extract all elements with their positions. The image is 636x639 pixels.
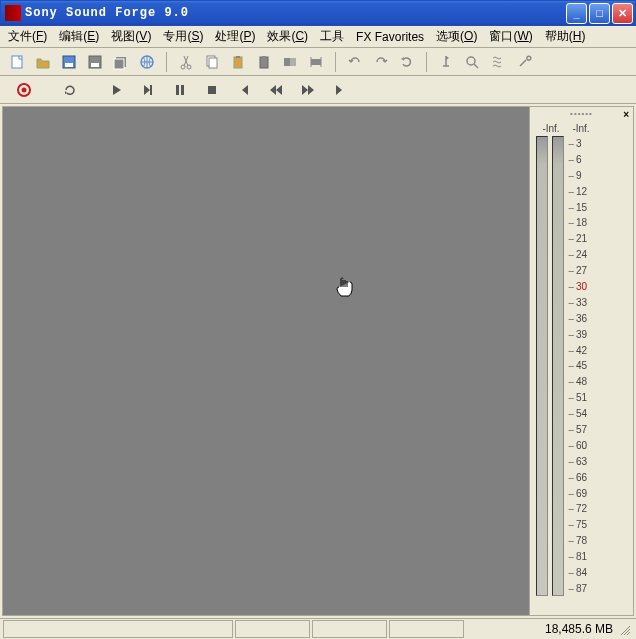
panel-grip-icon[interactable]: ••••••	[532, 109, 631, 119]
meter-tick: 15	[568, 202, 627, 213]
meter-tick: 39	[568, 329, 627, 340]
svg-point-9	[187, 65, 191, 69]
svg-rect-17	[290, 58, 296, 66]
resize-grip-icon[interactable]	[618, 623, 630, 635]
rewind-icon[interactable]	[264, 78, 288, 102]
maximize-button[interactable]: □	[589, 3, 610, 24]
meter-left-label: -Inf.	[536, 123, 566, 134]
svg-rect-22	[176, 85, 179, 95]
meter-ticks: 3691215182124273033363942454851545760636…	[568, 136, 627, 596]
meter-labels: -Inf. -Inf.	[532, 119, 631, 136]
meter-tick: 6	[568, 154, 627, 165]
mix-icon[interactable]	[278, 50, 302, 74]
open-icon[interactable]	[31, 50, 55, 74]
meter-tick: 45	[568, 360, 627, 371]
play-all-icon[interactable]	[136, 78, 160, 102]
toolbar-separator	[426, 52, 427, 72]
svg-rect-2	[65, 63, 73, 67]
svg-rect-4	[91, 63, 99, 67]
marker-icon[interactable]	[434, 50, 458, 74]
menubar: 文件(F)编辑(E)视图(V)专用(S)处理(P)效果(C)工具FX Favor…	[0, 26, 636, 48]
svg-rect-13	[236, 56, 240, 58]
refresh-icon[interactable]	[58, 78, 82, 102]
status-cell-2	[235, 620, 310, 638]
repeat-icon[interactable]	[395, 50, 419, 74]
svg-rect-0	[12, 56, 22, 68]
menu-item-6[interactable]: 工具	[314, 26, 350, 47]
minimize-button[interactable]: _	[566, 3, 587, 24]
menu-item-3[interactable]: 专用(S)	[157, 26, 209, 47]
menu-item-7[interactable]: FX Favorites	[350, 28, 430, 46]
menu-item-10[interactable]: 帮助(H)	[539, 26, 592, 47]
close-button[interactable]: ✕	[612, 3, 633, 24]
meter-tick: 33	[568, 297, 627, 308]
web-icon[interactable]	[135, 50, 159, 74]
script-icon[interactable]	[486, 50, 510, 74]
undo-icon[interactable]	[343, 50, 367, 74]
statusbar: 18,485.6 MB	[0, 618, 636, 638]
new-icon[interactable]	[5, 50, 29, 74]
svg-rect-11	[209, 58, 217, 68]
goto-start-icon[interactable]	[232, 78, 256, 102]
copy-icon[interactable]	[200, 50, 224, 74]
menu-item-0[interactable]: 文件(F)	[2, 26, 53, 47]
meter-tick: 21	[568, 233, 627, 244]
meter-tick: 63	[568, 456, 627, 467]
close-panel-button[interactable]: ×	[623, 109, 629, 120]
zoom-icon[interactable]	[460, 50, 484, 74]
record-icon[interactable]	[12, 78, 36, 102]
svg-rect-15	[262, 56, 266, 58]
meter-tick: 69	[568, 488, 627, 499]
menu-item-9[interactable]: 窗口(W)	[483, 26, 538, 47]
workspace[interactable]	[3, 107, 529, 615]
menu-item-4[interactable]: 处理(P)	[209, 26, 261, 47]
goto-end-icon[interactable]	[328, 78, 352, 102]
meter-tick: 12	[568, 186, 627, 197]
cut-icon[interactable]	[174, 50, 198, 74]
meter-tick: 81	[568, 551, 627, 562]
status-free-space: 18,485.6 MB	[466, 620, 633, 638]
meter-tick: 54	[568, 408, 627, 419]
save-icon[interactable]	[57, 50, 81, 74]
redo-icon[interactable]	[369, 50, 393, 74]
meter-tick: 42	[568, 345, 627, 356]
forward-icon[interactable]	[296, 78, 320, 102]
menu-item-8[interactable]: 选项(O)	[430, 26, 483, 47]
toolbar-separator	[335, 52, 336, 72]
main-area: •••••• × -Inf. -Inf. 3691215182124273033…	[2, 106, 634, 616]
svg-rect-18	[311, 59, 321, 65]
window-title: Sony Sound Forge 9.0	[25, 6, 566, 20]
menu-item-5[interactable]: 效果(C)	[261, 26, 314, 47]
meter-tick: 3	[568, 138, 627, 149]
meters-panel: •••••• × -Inf. -Inf. 3691215182124273033…	[529, 107, 633, 615]
meter-right-label: -Inf.	[566, 123, 596, 134]
svg-point-19	[467, 57, 475, 65]
meter-bar-left	[536, 136, 548, 596]
pause-icon[interactable]	[168, 78, 192, 102]
stop-icon[interactable]	[200, 78, 224, 102]
menu-item-1[interactable]: 编辑(E)	[53, 26, 105, 47]
save-as-icon[interactable]	[83, 50, 107, 74]
menu-item-2[interactable]: 视图(V)	[105, 26, 157, 47]
svg-rect-6	[114, 59, 124, 69]
meter-tick: 60	[568, 440, 627, 451]
toolbar-separator	[166, 52, 167, 72]
toolbar-main	[0, 48, 636, 76]
tools-icon[interactable]	[512, 50, 536, 74]
play-icon[interactable]	[104, 78, 128, 102]
svg-point-21	[22, 87, 27, 92]
paste-icon[interactable]	[226, 50, 250, 74]
meter-bar-right	[552, 136, 564, 596]
save-all-icon[interactable]	[109, 50, 133, 74]
meter-tick: 57	[568, 424, 627, 435]
status-cell-3	[312, 620, 387, 638]
paste-special-icon[interactable]	[252, 50, 276, 74]
meter-tick: 78	[568, 535, 627, 546]
cursor-hand-icon	[335, 277, 355, 299]
meter-tick: 72	[568, 503, 627, 514]
app-icon	[5, 5, 21, 21]
meter-tick: 51	[568, 392, 627, 403]
meter-tick: 18	[568, 217, 627, 228]
svg-rect-23	[181, 85, 184, 95]
trim-icon[interactable]	[304, 50, 328, 74]
